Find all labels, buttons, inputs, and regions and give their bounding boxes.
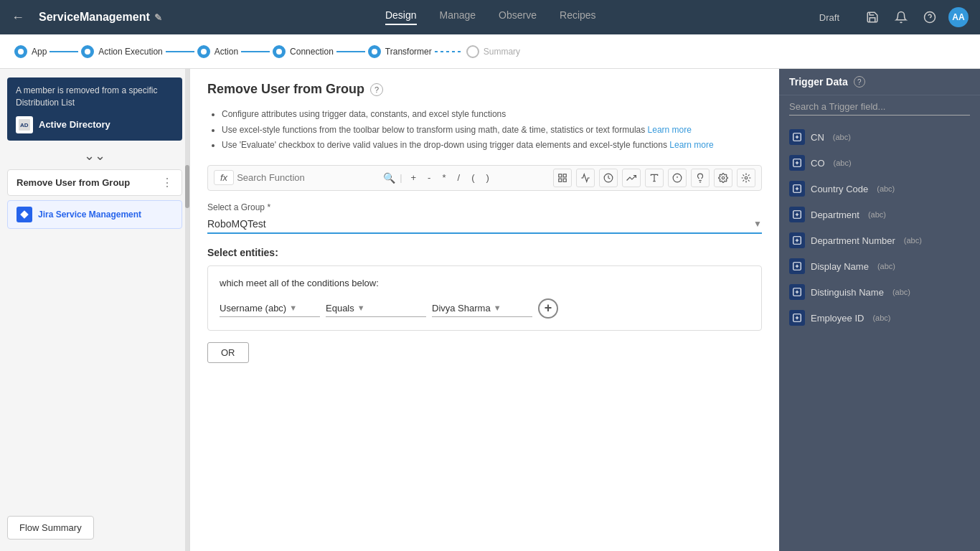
edit-title-icon[interactable]: ✎ <box>154 12 162 23</box>
step-summary[interactable]: Summary <box>466 45 520 58</box>
learn-more-2[interactable]: Learn more <box>669 140 713 150</box>
toolbar-trend-icon[interactable] <box>622 169 641 187</box>
step-transformer[interactable]: Transformer <box>368 45 432 58</box>
step-action[interactable]: Action <box>197 45 238 58</box>
trigger-list-item[interactable]: Display Name (abc) <box>779 253 980 279</box>
trigger-item-icon <box>789 181 805 197</box>
trigger-item-name: Display Name <box>811 261 869 272</box>
step-circle-action <box>197 45 210 58</box>
step-action-execution[interactable]: Action Execution <box>81 45 162 58</box>
flow-summary-button[interactable]: Flow Summary <box>7 516 94 540</box>
step-label-action: Action <box>215 47 238 57</box>
condition-operator-value: Equals <box>326 303 354 314</box>
toolbar-advanced-icon[interactable] <box>737 169 755 187</box>
toolbar-icons <box>553 169 755 187</box>
save-button[interactable] <box>862 7 882 27</box>
trigger-item-type: (abc) <box>834 159 852 167</box>
svg-rect-7 <box>559 179 562 182</box>
svg-rect-6 <box>563 174 566 177</box>
sidebar-action-app[interactable]: Jira Service Management <box>7 200 182 229</box>
toolbar-op-multiply[interactable]: * <box>438 171 450 184</box>
trigger-search-input[interactable] <box>789 101 970 116</box>
toolbar-text-icon[interactable] <box>645 169 664 187</box>
trigger-item-icon <box>789 155 805 171</box>
trigger-list-item[interactable]: CO (abc) <box>779 150 980 176</box>
info-list: Configure attributes using trigger data,… <box>222 107 762 154</box>
sidebar-action-card: Remove User from Group ⋮ <box>7 169 182 196</box>
toolbar-info-icon[interactable] <box>668 169 687 187</box>
trigger-items-list: CN (abc) CO (abc) Country Code (abc) Dep… <box>779 121 980 551</box>
steps-bar: App Action Execution Action Connection T… <box>0 34 980 69</box>
trigger-item-type: (abc) <box>892 288 910 296</box>
trigger-list-item[interactable]: Department Number (abc) <box>779 227 980 253</box>
step-circle-connection <box>273 45 286 58</box>
trigger-data-help-icon[interactable]: ? <box>854 76 865 88</box>
trigger-item-name: Distinguish Name <box>811 287 884 298</box>
trigger-item-type: (abc) <box>904 236 922 245</box>
app-title-text: ServiceManagement <box>39 11 150 24</box>
step-connector-4 <box>336 51 365 52</box>
step-app[interactable]: App <box>14 45 47 58</box>
trigger-list-item[interactable]: Country Code (abc) <box>779 176 980 202</box>
step-label-action-execution: Action Execution <box>98 47 162 57</box>
trigger-item-type: (abc) <box>877 262 895 270</box>
trigger-item-name: CN <box>811 132 824 143</box>
sidebar-trigger-card: A member is removed from a specific Dist… <box>7 77 182 141</box>
conditions-box: which meet all of the conditions below: … <box>207 265 762 331</box>
toolbar-op-plus[interactable]: + <box>407 171 421 184</box>
select-group-dropdown[interactable]: RoboMQTest ▼ <box>207 215 762 234</box>
app-title: ServiceManagement ✎ <box>39 11 162 24</box>
action-more-button[interactable]: ⋮ <box>161 176 173 189</box>
step-circle-app <box>14 45 27 58</box>
toolbar-bulb-icon[interactable] <box>691 169 710 187</box>
sidebar-scroll-thumb <box>185 165 189 208</box>
active-directory-icon: AD <box>16 116 33 133</box>
draft-badge: Draft <box>819 12 839 23</box>
toolbar-op-open-paren[interactable]: ( <box>467 171 479 184</box>
toolbar-chart-icon[interactable] <box>576 169 595 187</box>
tab-recipes[interactable]: Recipes <box>560 9 596 25</box>
svg-point-18 <box>745 176 748 179</box>
condition-operator-dropdown[interactable]: Equals ▼ <box>326 300 426 317</box>
trigger-item-icon <box>789 310 805 326</box>
toolbar-clock-icon[interactable] <box>599 169 618 187</box>
toolbar-grid-icon[interactable] <box>553 169 572 187</box>
trigger-data-panel: Trigger Data ? CN (abc) CO (abc) <box>779 69 980 551</box>
step-connection[interactable]: Connection <box>273 45 334 58</box>
search-function-icon[interactable]: 🔍 <box>383 172 395 184</box>
select-group-value: RoboMQTest <box>207 218 753 230</box>
sidebar-footer: Flow Summary <box>7 516 94 540</box>
notifications-button[interactable] <box>891 7 911 27</box>
learn-more-1[interactable]: Learn more <box>648 125 692 135</box>
trigger-item-icon <box>789 207 805 222</box>
jira-icon <box>17 207 32 222</box>
condition-value-dropdown[interactable]: Divya Sharma ▼ <box>432 300 532 317</box>
page-help-icon[interactable]: ? <box>370 83 383 96</box>
add-condition-button[interactable]: + <box>538 298 558 319</box>
trigger-item-name: Employee ID <box>811 313 864 324</box>
trigger-list-item[interactable]: Distinguish Name (abc) <box>779 279 980 305</box>
search-function-input[interactable] <box>237 172 380 183</box>
entities-section: Select entities: which meet all of the c… <box>207 247 762 363</box>
trigger-list-item[interactable]: Employee ID (abc) <box>779 305 980 331</box>
or-button[interactable]: OR <box>207 342 249 363</box>
trigger-list-item[interactable]: CN (abc) <box>779 124 980 150</box>
trigger-list-item[interactable]: Department (abc) <box>779 202 980 227</box>
svg-rect-5 <box>559 174 562 177</box>
condition-value-text: Divya Sharma <box>432 303 491 314</box>
trigger-item-icon <box>789 284 805 300</box>
tab-design[interactable]: Design <box>385 9 417 25</box>
help-button[interactable] <box>920 7 940 27</box>
expand-chevron[interactable]: ⌄⌄ <box>0 145 189 166</box>
user-avatar[interactable]: AA <box>948 7 969 27</box>
toolbar-op-divide[interactable]: / <box>453 171 465 184</box>
tab-manage[interactable]: Manage <box>440 9 476 25</box>
trigger-item-type: (abc) <box>833 133 851 141</box>
condition-field-dropdown[interactable]: Username (abc) ▼ <box>220 300 320 317</box>
trigger-item-icon <box>789 258 805 274</box>
back-button[interactable]: ← <box>11 10 24 25</box>
toolbar-op-minus[interactable]: - <box>423 171 435 184</box>
toolbar-settings-icon[interactable] <box>714 169 732 187</box>
tab-observe[interactable]: Observe <box>499 9 537 25</box>
toolbar-op-close-paren[interactable]: ) <box>481 171 493 184</box>
